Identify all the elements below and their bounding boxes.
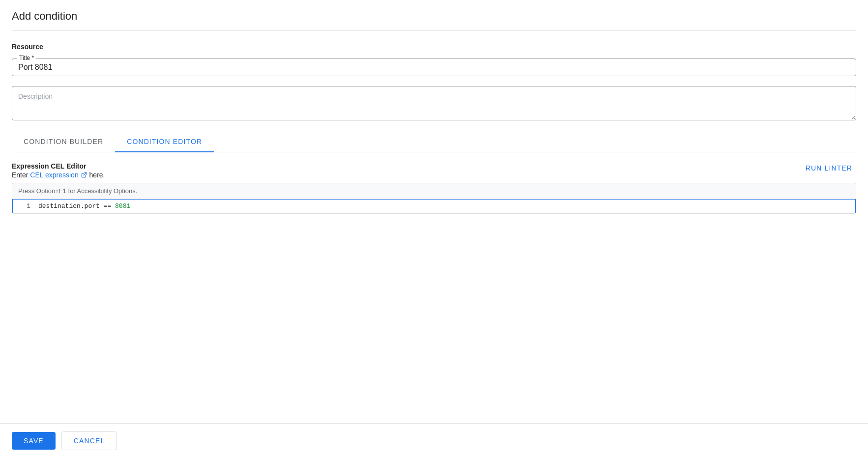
expression-section: Expression CEL Editor Enter CEL expressi…	[12, 162, 856, 214]
title-field-wrapper: Title *	[12, 58, 856, 76]
tabs-container: CONDITION BUILDER CONDITION EDITOR	[12, 132, 856, 152]
bottom-actions: SAVE CANCEL	[0, 423, 868, 458]
title-divider	[12, 30, 856, 31]
code-line[interactable]: 1 destination.port == 8081	[12, 199, 856, 213]
external-link-icon	[81, 172, 87, 178]
accessibility-hint: Press Option+F1 for Accessibility Option…	[12, 183, 856, 199]
expression-title: Expression CEL Editor	[12, 162, 105, 170]
expression-info: Expression CEL Editor Enter CEL expressi…	[12, 162, 105, 179]
cel-expression-link[interactable]: CEL expression	[30, 171, 87, 179]
title-label: Title *	[17, 55, 36, 61]
expression-subtitle: Enter CEL expression here.	[12, 171, 105, 179]
description-textarea[interactable]	[12, 86, 856, 120]
tab-condition-editor[interactable]: CONDITION EDITOR	[115, 132, 214, 152]
cancel-button[interactable]: CANCEL	[61, 431, 117, 450]
resource-section-label: Resource	[12, 43, 856, 51]
title-input[interactable]	[18, 63, 850, 72]
run-linter-button[interactable]: RUN LINTER	[802, 162, 856, 174]
description-form-group	[12, 86, 856, 122]
tab-condition-builder[interactable]: CONDITION BUILDER	[12, 132, 115, 152]
save-button[interactable]: SAVE	[12, 432, 56, 450]
page-title: Add condition	[12, 10, 856, 23]
line-number: 1	[13, 202, 36, 210]
code-content: destination.port == 8081	[36, 201, 855, 211]
expression-header: Expression CEL Editor Enter CEL expressi…	[12, 162, 856, 179]
code-editor-container: Press Option+F1 for Accessibility Option…	[12, 183, 856, 214]
